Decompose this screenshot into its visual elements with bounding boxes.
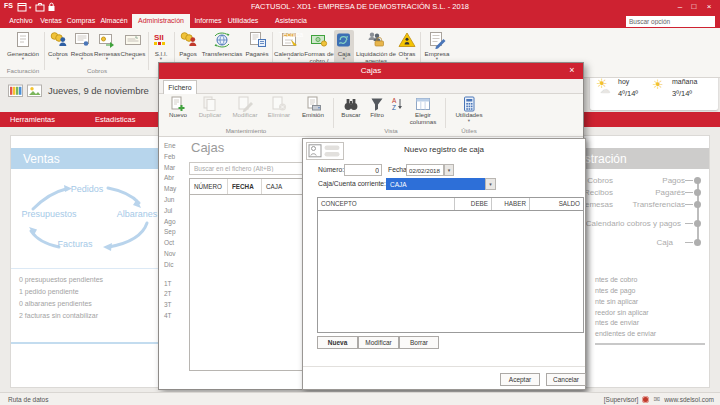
movimientos-table-header: CONCEPTO DEBE HABER SALDO: [318, 198, 583, 211]
app-window: FS ▾ FACTUSOL - XD1 - EMPRESA DE DEMOSTR…: [0, 0, 720, 405]
modificar-button[interactable]: Modificar: [227, 96, 263, 119]
tab-administracion[interactable]: Administración: [132, 14, 190, 28]
weather-tomorrow-temp: 3º/14º: [672, 89, 692, 98]
ribbon-remesas-button[interactable]: Remesas ▾: [94, 30, 120, 72]
construction-warning-icon: [397, 31, 417, 49]
mini-calendar-icon[interactable]: [8, 84, 23, 97]
nuevo-button[interactable]: Nuevo: [163, 96, 193, 119]
toolbar-label: Duplicar: [193, 112, 227, 119]
cycle-presupuestos[interactable]: Presupuestos: [21, 209, 77, 219]
month-item[interactable]: Sep: [164, 228, 186, 239]
month-item[interactable]: Nov: [164, 250, 186, 261]
status-website-link[interactable]: www.sdelsol.com: [664, 396, 714, 403]
nav-herramientas[interactable]: Herramientas: [10, 115, 55, 124]
search-input[interactable]: [626, 16, 715, 27]
tab-informes[interactable]: Informes: [192, 14, 224, 28]
cycle-pedidos[interactable]: Pedidos: [71, 184, 104, 194]
ribbon-generacion-button[interactable]: Generación ▾: [4, 30, 42, 72]
cajas-dialog-tabstrip: Fichero: [159, 79, 583, 94]
ribbon-cheques-button[interactable]: Cheques ▾: [120, 30, 146, 72]
month-item[interactable]: May: [164, 185, 186, 196]
month-item[interactable]: Oct: [164, 239, 186, 250]
column-debe: DEBE: [454, 198, 491, 210]
tab-ventas[interactable]: Ventas: [38, 14, 64, 28]
quarter-item[interactable]: 1T: [164, 280, 186, 291]
ventas-panel-title: Ventas: [23, 152, 60, 166]
column-saldo: SALDO: [529, 198, 583, 210]
maximize-button[interactable]: □: [688, 0, 700, 14]
cajas-dialog-close-button[interactable]: ×: [566, 63, 578, 79]
cajas-dialog-titlebar[interactable]: Cajas: [159, 63, 583, 79]
quarter-item[interactable]: 2T: [164, 290, 186, 301]
toolbar-label: Emisión: [297, 112, 329, 119]
duplicar-button[interactable]: Duplicar: [193, 96, 227, 119]
dropdown-caret-icon: ▾: [70, 57, 94, 62]
month-item[interactable]: Feb: [164, 153, 186, 164]
nueva-button[interactable]: Nueva: [317, 336, 358, 349]
buscar-button[interactable]: Buscar: [337, 96, 365, 119]
fecha-dropdown-button[interactable]: ▾: [444, 164, 454, 176]
month-item[interactable]: Jul: [164, 207, 186, 218]
borrar-button[interactable]: Borrar: [399, 336, 439, 349]
cajas-dialog-toolbar: Nuevo Duplicar Modificar Eliminar Emisió…: [159, 94, 583, 137]
modificar-linea-button[interactable]: Modificar: [358, 336, 399, 349]
quarter-item[interactable]: 3T: [164, 301, 186, 312]
filtro-button[interactable]: Filtro: [365, 96, 389, 119]
ordenar-button[interactable]: AZ: [389, 96, 405, 112]
timeline-dot: [694, 220, 701, 227]
sales-cycle-diagram: Pedidos Presupuestos Albaranes Facturas: [11, 173, 161, 263]
month-item[interactable]: Dic: [164, 261, 186, 272]
tab-archivo[interactable]: Archivo: [8, 14, 34, 28]
column-numero[interactable]: NÚMERO: [190, 179, 228, 194]
menu-bar: Archivo Ventas Compras Almacén Administr…: [0, 14, 720, 28]
ribbon-cobros-button[interactable]: Cobros ▾: [46, 30, 70, 72]
nav-estadisticas[interactable]: Estadísticas: [95, 115, 135, 124]
quarter-item[interactable]: 4T: [164, 312, 186, 323]
utilidades-button[interactable]: Utilidades ▾: [449, 96, 489, 123]
ventas-panel: Ventas Pedidos Presupuestos Albaranes Fa…: [10, 135, 160, 388]
cycle-albaranes[interactable]: Albaranes: [117, 209, 158, 219]
tab-compras[interactable]: Compras: [66, 14, 96, 28]
tab-almacen[interactable]: Almacén: [98, 14, 130, 28]
admin-row-calendario-cobros-pagos[interactable]: Calendario cobros y pagos: [586, 219, 681, 228]
timeline-dot: [694, 177, 701, 184]
tab-fichero[interactable]: Fichero: [163, 80, 197, 94]
month-item[interactable]: Jun: [164, 196, 186, 207]
ribbon-recibos-button[interactable]: Recibos ▾: [70, 30, 94, 72]
admin-row-recibos[interactable]: Recibos: [584, 188, 613, 197]
fecha-input[interactable]: [406, 164, 444, 176]
eliminar-button[interactable]: Eliminar: [263, 96, 295, 119]
cycle-facturas[interactable]: Facturas: [57, 239, 93, 249]
minimize-button[interactable]: –: [674, 0, 686, 14]
elegir-columnas-button[interactable]: Elegir columnas: [405, 96, 441, 126]
month-item[interactable]: Ene: [164, 142, 186, 153]
admin-stat: endientes de enviar: [595, 330, 656, 337]
movimientos-table[interactable]: CONCEPTO DEBE HABER SALDO: [317, 197, 584, 333]
aceptar-button[interactable]: Aceptar: [500, 373, 540, 386]
column-fecha[interactable]: FECHA: [228, 179, 262, 194]
edit-icon: [236, 96, 254, 112]
mini-photo-icon[interactable]: [27, 84, 42, 97]
month-item[interactable]: Abr: [164, 174, 186, 185]
tab-asistencia-tecnica[interactable]: Asistencia Técnica: [262, 14, 320, 28]
cuenta-dropdown-button[interactable]: ▾: [485, 178, 496, 190]
admin-row-pagares[interactable]: Pagarés: [655, 188, 685, 197]
emision-button[interactable]: Emisión: [297, 96, 329, 119]
admin-row-pagos[interactable]: Pagos: [662, 176, 685, 185]
cuenta-combobox[interactable]: CAJA: [386, 178, 485, 190]
close-button[interactable]: ×: [703, 0, 715, 14]
admin-row-cobros[interactable]: Cobros: [587, 176, 613, 185]
numero-input[interactable]: [344, 164, 382, 176]
tab-utilidades[interactable]: Utilidades: [226, 14, 260, 28]
ribbon-separator: [44, 32, 45, 70]
month-item[interactable]: Ago: [164, 218, 186, 229]
status-ruta-de-datos: Ruta de datos: [8, 396, 48, 403]
ribbon-separator: [148, 32, 149, 70]
cancelar-button[interactable]: Cancelar: [546, 373, 586, 386]
month-item[interactable]: Mar: [164, 164, 186, 175]
envelope-icon[interactable]: ✉: [653, 396, 660, 404]
admin-row-transferencias[interactable]: Transferencias: [632, 200, 685, 209]
admin-row-caja[interactable]: Caja: [657, 238, 673, 247]
toolbar-label: Modificar: [227, 112, 263, 119]
coins-person-red-icon: [178, 31, 198, 49]
